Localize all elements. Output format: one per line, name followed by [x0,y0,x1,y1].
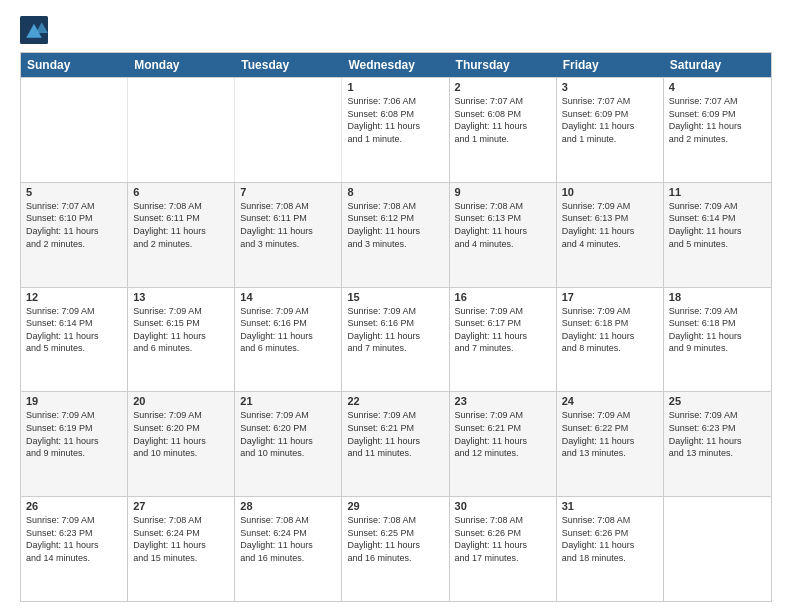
day-number: 2 [455,81,551,93]
day-header-thursday: Thursday [450,53,557,77]
week-row: 19Sunrise: 7:09 AM Sunset: 6:19 PM Dayli… [21,391,771,496]
day-info: Sunrise: 7:09 AM Sunset: 6:23 PM Dayligh… [26,514,122,564]
day-number: 28 [240,500,336,512]
day-cell: 30Sunrise: 7:08 AM Sunset: 6:26 PM Dayli… [450,497,557,601]
day-number: 11 [669,186,766,198]
day-info: Sunrise: 7:09 AM Sunset: 6:23 PM Dayligh… [669,409,766,459]
day-cell: 29Sunrise: 7:08 AM Sunset: 6:25 PM Dayli… [342,497,449,601]
day-cell: 8Sunrise: 7:08 AM Sunset: 6:12 PM Daylig… [342,183,449,287]
day-info: Sunrise: 7:07 AM Sunset: 6:09 PM Dayligh… [562,95,658,145]
day-number: 24 [562,395,658,407]
day-info: Sunrise: 7:09 AM Sunset: 6:22 PM Dayligh… [562,409,658,459]
day-header-sunday: Sunday [21,53,128,77]
day-cell: 7Sunrise: 7:08 AM Sunset: 6:11 PM Daylig… [235,183,342,287]
day-cell: 27Sunrise: 7:08 AM Sunset: 6:24 PM Dayli… [128,497,235,601]
day-info: Sunrise: 7:07 AM Sunset: 6:10 PM Dayligh… [26,200,122,250]
day-cell: 26Sunrise: 7:09 AM Sunset: 6:23 PM Dayli… [21,497,128,601]
day-info: Sunrise: 7:06 AM Sunset: 6:08 PM Dayligh… [347,95,443,145]
day-number: 18 [669,291,766,303]
day-cell: 4Sunrise: 7:07 AM Sunset: 6:09 PM Daylig… [664,78,771,182]
day-cell: 28Sunrise: 7:08 AM Sunset: 6:24 PM Dayli… [235,497,342,601]
day-number: 21 [240,395,336,407]
day-cell: 1Sunrise: 7:06 AM Sunset: 6:08 PM Daylig… [342,78,449,182]
day-info: Sunrise: 7:08 AM Sunset: 6:11 PM Dayligh… [240,200,336,250]
day-number: 31 [562,500,658,512]
day-number: 5 [26,186,122,198]
day-cell [128,78,235,182]
day-number: 4 [669,81,766,93]
day-number: 6 [133,186,229,198]
day-cell [21,78,128,182]
day-number: 8 [347,186,443,198]
day-cell: 2Sunrise: 7:07 AM Sunset: 6:08 PM Daylig… [450,78,557,182]
day-info: Sunrise: 7:09 AM Sunset: 6:19 PM Dayligh… [26,409,122,459]
day-cell: 6Sunrise: 7:08 AM Sunset: 6:11 PM Daylig… [128,183,235,287]
week-row: 12Sunrise: 7:09 AM Sunset: 6:14 PM Dayli… [21,287,771,392]
day-info: Sunrise: 7:07 AM Sunset: 6:09 PM Dayligh… [669,95,766,145]
day-info: Sunrise: 7:09 AM Sunset: 6:18 PM Dayligh… [562,305,658,355]
day-header-friday: Friday [557,53,664,77]
day-cell: 21Sunrise: 7:09 AM Sunset: 6:20 PM Dayli… [235,392,342,496]
day-number: 10 [562,186,658,198]
day-number: 19 [26,395,122,407]
day-number: 17 [562,291,658,303]
day-cell: 3Sunrise: 7:07 AM Sunset: 6:09 PM Daylig… [557,78,664,182]
page: SundayMondayTuesdayWednesdayThursdayFrid… [0,0,792,612]
day-cell: 10Sunrise: 7:09 AM Sunset: 6:13 PM Dayli… [557,183,664,287]
day-info: Sunrise: 7:08 AM Sunset: 6:24 PM Dayligh… [133,514,229,564]
day-headers: SundayMondayTuesdayWednesdayThursdayFrid… [21,53,771,77]
day-number: 27 [133,500,229,512]
day-header-saturday: Saturday [664,53,771,77]
day-info: Sunrise: 7:08 AM Sunset: 6:24 PM Dayligh… [240,514,336,564]
day-cell: 13Sunrise: 7:09 AM Sunset: 6:15 PM Dayli… [128,288,235,392]
day-cell: 11Sunrise: 7:09 AM Sunset: 6:14 PM Dayli… [664,183,771,287]
day-info: Sunrise: 7:09 AM Sunset: 6:16 PM Dayligh… [240,305,336,355]
day-cell: 20Sunrise: 7:09 AM Sunset: 6:20 PM Dayli… [128,392,235,496]
day-number: 23 [455,395,551,407]
day-info: Sunrise: 7:09 AM Sunset: 6:13 PM Dayligh… [562,200,658,250]
day-cell: 24Sunrise: 7:09 AM Sunset: 6:22 PM Dayli… [557,392,664,496]
day-number: 15 [347,291,443,303]
day-number: 29 [347,500,443,512]
day-info: Sunrise: 7:09 AM Sunset: 6:18 PM Dayligh… [669,305,766,355]
day-info: Sunrise: 7:09 AM Sunset: 6:20 PM Dayligh… [133,409,229,459]
day-info: Sunrise: 7:09 AM Sunset: 6:20 PM Dayligh… [240,409,336,459]
weeks: 1Sunrise: 7:06 AM Sunset: 6:08 PM Daylig… [21,77,771,601]
day-cell: 19Sunrise: 7:09 AM Sunset: 6:19 PM Dayli… [21,392,128,496]
day-info: Sunrise: 7:09 AM Sunset: 6:15 PM Dayligh… [133,305,229,355]
day-cell: 14Sunrise: 7:09 AM Sunset: 6:16 PM Dayli… [235,288,342,392]
logo-icon [20,16,48,44]
day-number: 7 [240,186,336,198]
day-cell [235,78,342,182]
day-info: Sunrise: 7:08 AM Sunset: 6:13 PM Dayligh… [455,200,551,250]
day-info: Sunrise: 7:08 AM Sunset: 6:26 PM Dayligh… [562,514,658,564]
day-cell: 9Sunrise: 7:08 AM Sunset: 6:13 PM Daylig… [450,183,557,287]
day-cell [664,497,771,601]
week-row: 1Sunrise: 7:06 AM Sunset: 6:08 PM Daylig… [21,77,771,182]
header [20,16,772,44]
day-number: 9 [455,186,551,198]
day-number: 26 [26,500,122,512]
day-info: Sunrise: 7:09 AM Sunset: 6:21 PM Dayligh… [347,409,443,459]
day-cell: 25Sunrise: 7:09 AM Sunset: 6:23 PM Dayli… [664,392,771,496]
day-info: Sunrise: 7:09 AM Sunset: 6:21 PM Dayligh… [455,409,551,459]
day-number: 20 [133,395,229,407]
day-info: Sunrise: 7:08 AM Sunset: 6:25 PM Dayligh… [347,514,443,564]
day-number: 12 [26,291,122,303]
day-info: Sunrise: 7:09 AM Sunset: 6:16 PM Dayligh… [347,305,443,355]
day-cell: 15Sunrise: 7:09 AM Sunset: 6:16 PM Dayli… [342,288,449,392]
day-number: 3 [562,81,658,93]
day-cell: 17Sunrise: 7:09 AM Sunset: 6:18 PM Dayli… [557,288,664,392]
day-info: Sunrise: 7:09 AM Sunset: 6:14 PM Dayligh… [669,200,766,250]
day-info: Sunrise: 7:08 AM Sunset: 6:26 PM Dayligh… [455,514,551,564]
day-number: 30 [455,500,551,512]
day-cell: 31Sunrise: 7:08 AM Sunset: 6:26 PM Dayli… [557,497,664,601]
day-header-wednesday: Wednesday [342,53,449,77]
day-number: 25 [669,395,766,407]
day-number: 1 [347,81,443,93]
day-cell: 18Sunrise: 7:09 AM Sunset: 6:18 PM Dayli… [664,288,771,392]
calendar: SundayMondayTuesdayWednesdayThursdayFrid… [20,52,772,602]
day-info: Sunrise: 7:07 AM Sunset: 6:08 PM Dayligh… [455,95,551,145]
day-info: Sunrise: 7:08 AM Sunset: 6:11 PM Dayligh… [133,200,229,250]
day-cell: 16Sunrise: 7:09 AM Sunset: 6:17 PM Dayli… [450,288,557,392]
